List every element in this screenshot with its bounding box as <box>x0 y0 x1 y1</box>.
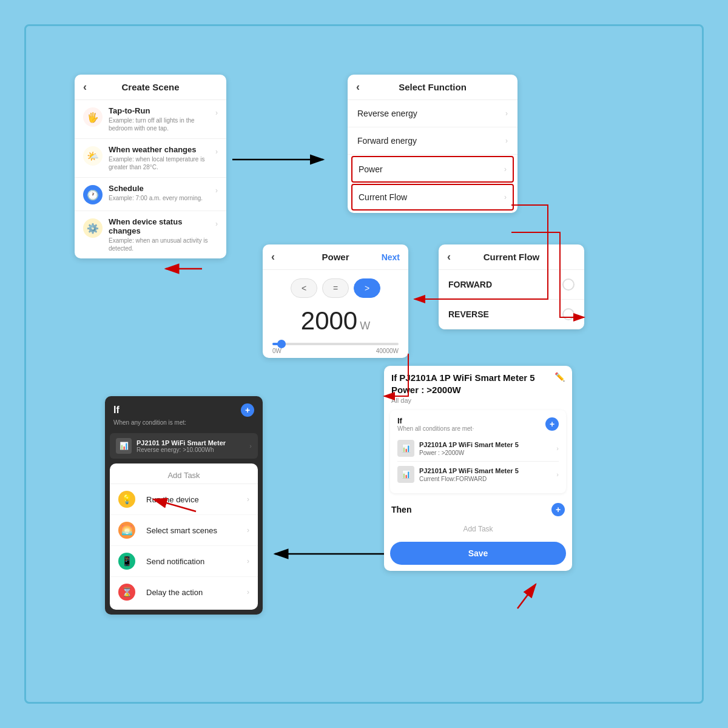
delay-label: Delay the action <box>146 588 203 597</box>
power-panel: ‹ Power Next < = > 2000W 0W 40000W <box>263 244 408 358</box>
tap-title: Tap-to-Run <box>109 106 209 115</box>
schedule-desc: Example: 7:00 a.m. every morning. <box>109 194 209 202</box>
op-greater[interactable]: > <box>354 278 380 298</box>
task-delay[interactable]: ⌛ Delay the action › <box>110 577 258 607</box>
schedule-chevron: › <box>215 186 218 195</box>
add-task-hint: Add Task <box>390 521 566 537</box>
reverse-radio[interactable] <box>562 308 575 320</box>
task-notif-wrap: 📱 Send notification <box>118 553 204 570</box>
notification-icon: 📱 <box>118 553 135 570</box>
if-card-title-wrap: If When all conditions are met· <box>397 416 474 432</box>
create-scene-title: Create Scene <box>121 82 179 92</box>
scene-item-tap[interactable]: 🖐️ Tap-to-Run Example: turn off all ligh… <box>75 100 226 139</box>
select-function-title: Select Function <box>399 82 467 92</box>
notif-chevron: › <box>247 557 249 565</box>
cond-chevron-1: › <box>556 445 559 452</box>
condition-item-1[interactable]: 📊 PJ2101A 1P WiFi Smart Meter 5 Power : … <box>397 436 559 462</box>
flow-reverse[interactable]: REVERSE <box>439 300 584 329</box>
flow-forward[interactable]: FORWARD <box>439 270 584 300</box>
if-left-device-val: Reverse energy: >10.000Wh <box>136 447 244 453</box>
condition-title-row: If PJ2101A 1P WiFi Smart Meter 5 Power :… <box>384 366 572 405</box>
slider-track[interactable] <box>272 343 399 345</box>
if-left-device-name: PJ2101 1P WiFi Smart Meter <box>136 439 244 447</box>
slider-thumb[interactable] <box>277 340 286 348</box>
weather-chevron: › <box>215 147 218 156</box>
weather-title: When weather changes <box>109 145 209 154</box>
task-notification[interactable]: 📱 Send notification › <box>110 546 258 577</box>
back-arrow-power[interactable]: ‹ <box>271 251 275 263</box>
back-arrow-select[interactable]: ‹ <box>356 81 360 93</box>
power-header: ‹ Power Next <box>263 244 408 270</box>
smart-scenes-icon: 🌅 <box>118 522 135 539</box>
task-run-device[interactable]: 💡 Run the device › <box>110 484 258 515</box>
edit-icon[interactable]: ✏️ <box>554 372 565 382</box>
power-value-display: 2000W <box>263 303 408 338</box>
select-function-panel: ‹ Select Function Reverse energy › Forwa… <box>348 75 517 213</box>
tap-desc: Example: turn off all lights in the bedr… <box>109 116 209 132</box>
weather-desc: Example: when local temperature is great… <box>109 155 209 171</box>
cond-name-2: PJ2101A 1P WiFi Smart Meter 5 <box>419 467 551 475</box>
if-left-device-item[interactable]: 📊 PJ2101 1P WiFi Smart Meter Reverse ene… <box>110 433 258 459</box>
func-reverse-energy[interactable]: Reverse energy › <box>348 100 517 127</box>
condition-subtitle: All day <box>391 397 554 404</box>
if-condition-right-panel: If PJ2101A 1P WiFi Smart Meter 5 Power :… <box>384 366 572 571</box>
func-current-flow[interactable]: Current Flow › <box>351 184 514 211</box>
task-delay-wrap: ⌛ Delay the action <box>118 584 203 601</box>
device-text: When device status changes Example: when… <box>109 217 209 252</box>
device-thumb-1: 📊 <box>397 440 414 457</box>
if-left-panel: If + When any condition is met: 📊 PJ2101… <box>105 396 263 615</box>
condition-main-title: If PJ2101A 1P WiFi Smart Meter 5 Power :… <box>391 372 554 396</box>
device-thumb-2: 📊 <box>397 466 414 483</box>
power-unit: W <box>360 320 370 332</box>
if-plus-button[interactable]: + <box>545 417 559 431</box>
forward-radio[interactable] <box>562 278 575 291</box>
op-equal[interactable]: = <box>322 278 349 298</box>
if-left-device-chevron: › <box>249 442 252 450</box>
then-section: Then + Add Task <box>390 498 566 537</box>
save-button[interactable]: Save <box>390 542 566 565</box>
scene-item-device[interactable]: ⚙️ When device status changes Example: w… <box>75 211 226 258</box>
cond-val-2: Current Flow:FORWARD <box>419 476 551 482</box>
svg-line-6 <box>517 584 536 608</box>
if-card: If When all conditions are met· + 📊 PJ21… <box>390 410 566 493</box>
power-chevron: › <box>504 165 507 174</box>
forward-energy-chevron: › <box>505 136 508 145</box>
forward-label: FORWARD <box>448 280 492 289</box>
tap-chevron: › <box>215 109 218 117</box>
task-smart-scenes[interactable]: 🌅 Select smart scenes › <box>110 515 258 546</box>
then-header: Then + <box>390 498 566 521</box>
scene-item-schedule[interactable]: 🕐 Schedule Example: 7:00 a.m. every morn… <box>75 178 226 211</box>
back-arrow-create[interactable]: ‹ <box>83 81 87 93</box>
device-chevron: › <box>215 220 218 228</box>
current-flow-title: Current Flow <box>484 252 540 262</box>
if-left-plus[interactable]: + <box>241 403 254 417</box>
smart-scenes-label: Select smart scenes <box>146 526 217 535</box>
if-left-subtitle: When any condition is met: <box>105 419 263 431</box>
condition-item-2[interactable]: 📊 PJ2101A 1P WiFi Smart Meter 5 Current … <box>397 462 559 487</box>
scene-item-weather[interactable]: 🌤️ When weather changes Example: when lo… <box>75 139 226 178</box>
if-card-sub: When all conditions are met· <box>397 425 474 432</box>
slider-min: 0W <box>272 348 281 354</box>
slider-row: 0W 40000W <box>263 338 408 358</box>
condition-title-wrap: If PJ2101A 1P WiFi Smart Meter 5 Power :… <box>391 372 554 404</box>
weather-icon: 🌤️ <box>83 146 103 166</box>
delay-chevron: › <box>247 588 249 596</box>
func-forward-energy[interactable]: Forward energy › <box>348 127 517 155</box>
create-scene-header: ‹ Create Scene <box>75 75 226 100</box>
op-less[interactable]: < <box>291 278 317 298</box>
delay-icon: ⌛ <box>118 584 135 601</box>
condition-text-1: PJ2101A 1P WiFi Smart Meter 5 Power : >2… <box>419 440 551 456</box>
create-scene-panel: ‹ Create Scene 🖐️ Tap-to-Run Example: tu… <box>75 75 226 258</box>
operator-row: < = > <box>263 270 408 303</box>
then-plus-button[interactable]: + <box>551 503 565 516</box>
task-scenes-wrap: 🌅 Select smart scenes <box>118 522 217 539</box>
condition-text-2: PJ2101A 1P WiFi Smart Meter 5 Current Fl… <box>419 467 551 482</box>
cond-val-1: Power : >2000W <box>419 450 551 456</box>
next-button[interactable]: Next <box>382 252 400 262</box>
scenes-chevron: › <box>247 526 249 534</box>
if-left-header: If + <box>105 396 263 419</box>
func-power[interactable]: Power › <box>351 156 514 183</box>
device-icon: ⚙️ <box>83 218 103 238</box>
back-arrow-flow[interactable]: ‹ <box>447 251 451 263</box>
if-left-device-icon: 📊 <box>116 438 132 454</box>
